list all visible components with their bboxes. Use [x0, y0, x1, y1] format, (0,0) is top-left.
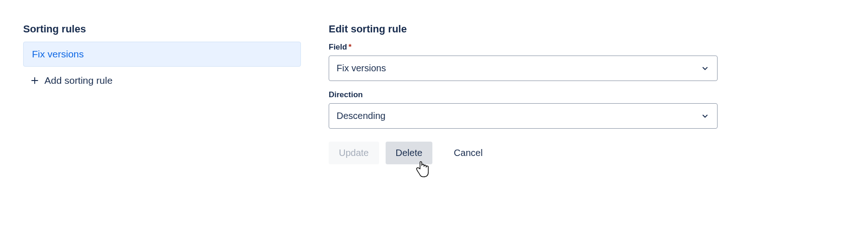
delete-button[interactable]: Delete	[386, 142, 433, 164]
sorting-rule-label: Fix versions	[32, 49, 84, 59]
field-label: Field*	[329, 43, 718, 52]
edit-sorting-rule-panel: Edit sorting rule Field* Fix versions Di…	[329, 23, 718, 164]
update-button[interactable]: Update	[329, 142, 379, 164]
add-sorting-rule-button[interactable]: Add sorting rule	[23, 67, 301, 86]
direction-select-value: Descending	[337, 111, 386, 121]
sorting-rules-title: Sorting rules	[23, 23, 301, 35]
sorting-rules-panel: Sorting rules Fix versions Add sorting r…	[23, 23, 301, 164]
plus-icon	[30, 75, 40, 86]
field-label-text: Field	[329, 43, 347, 51]
required-asterisk: *	[349, 43, 352, 51]
edit-sorting-rule-title: Edit sorting rule	[329, 23, 718, 35]
sorting-rule-item[interactable]: Fix versions	[23, 42, 301, 67]
add-sorting-rule-label: Add sorting rule	[44, 75, 112, 86]
direction-select[interactable]: Descending	[329, 103, 718, 129]
sorting-rules-container: Sorting rules Fix versions Add sorting r…	[23, 23, 718, 164]
chevron-down-icon	[700, 112, 710, 121]
direction-label: Direction	[329, 90, 718, 100]
field-select-value: Fix versions	[337, 63, 386, 73]
button-row: Update Delete Cancel	[329, 142, 718, 164]
field-select[interactable]: Fix versions	[329, 56, 718, 81]
cancel-button[interactable]: Cancel	[443, 142, 493, 164]
chevron-down-icon	[700, 64, 710, 73]
